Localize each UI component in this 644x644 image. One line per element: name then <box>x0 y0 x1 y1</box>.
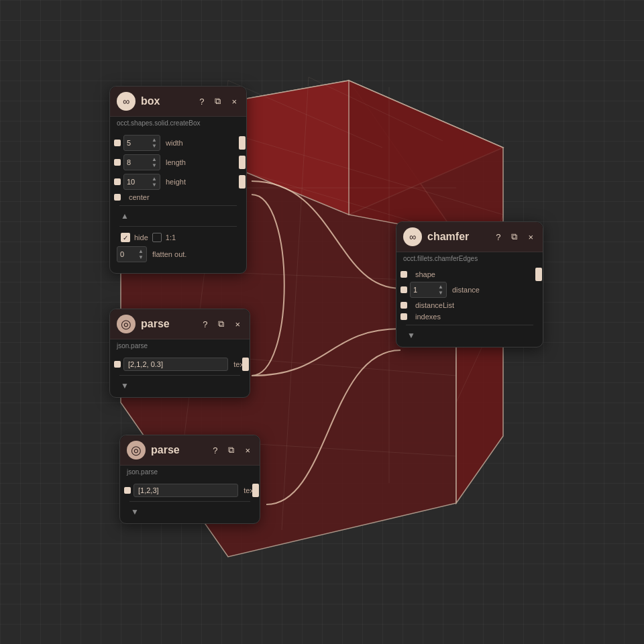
box-length-row: 8 ▲▼ length <box>114 154 242 170</box>
box-body: 5 ▲▼ width 8 ▲▼ length 10 ▲▼ height <box>110 129 246 273</box>
parse1-body: [2,1,2, 0.3] text ▼ <box>110 352 250 397</box>
parse1-help-button[interactable]: ? <box>200 318 210 331</box>
parse1-header: ◎ parse ? ⧉ × <box>110 309 250 339</box>
box-flatten-input[interactable]: 0 ▲▼ <box>117 246 147 262</box>
chamfer-help-button[interactable]: ? <box>493 231 503 244</box>
box-node-icon: ∞ <box>117 92 136 111</box>
box-subtitle: occt.shapes.solid.createBox <box>110 117 246 129</box>
chamfer-header: ∞ chamfer ? ⧉ × <box>396 222 543 252</box>
box-close-button[interactable]: × <box>229 95 239 108</box>
parse1-icon: ◎ <box>117 315 136 333</box>
svg-line-10 <box>228 80 382 148</box>
box-hide-row: ✓ hide 1:1 <box>114 231 242 244</box>
svg-line-4 <box>282 77 309 530</box>
box-node-header: ∞ box ? ⧉ × <box>110 87 246 117</box>
chamfer-distance-row: 1 ▲▼ distance <box>400 282 539 298</box>
box-width-row: 5 ▲▼ width <box>114 135 242 151</box>
box-width-label: width <box>166 139 183 147</box>
parse1-subtitle: json.parse <box>110 339 250 352</box>
parse2-divider <box>129 501 250 502</box>
parse2-icon: ◎ <box>127 441 146 460</box>
box-length-input[interactable]: 8 ▲▼ <box>123 154 160 170</box>
box-center-label: center <box>129 193 150 201</box>
box-width-port-right[interactable] <box>239 136 246 150</box>
svg-line-11 <box>309 77 443 141</box>
chamfer-distance-input[interactable]: 1 ▲▼ <box>410 282 447 298</box>
box-center-row: center <box>114 193 242 201</box>
box-length-port-right[interactable] <box>239 156 246 169</box>
box-node-title: box <box>141 95 191 107</box>
chamfer-indexes-label: indexes <box>415 313 441 321</box>
box-length-label: length <box>166 158 186 166</box>
box-height-label: height <box>166 178 186 186</box>
parse2-collapse-button[interactable]: ▼ <box>124 506 146 518</box>
parse2-text-row: [1,2,3] text <box>124 484 256 497</box>
box-divider1 <box>119 205 237 206</box>
box-node: ∞ box ? ⧉ × occt.shapes.solid.createBox … <box>109 86 247 274</box>
chamfer-divider <box>406 325 533 325</box>
chamfer-shape-port-left[interactable] <box>400 271 407 278</box>
chamfer-indexes-port[interactable] <box>400 313 407 320</box>
chamfer-icon: ∞ <box>403 227 422 246</box>
box-length-port-left[interactable] <box>114 159 121 166</box>
box-width-port-left[interactable] <box>114 140 121 146</box>
parse2-title: parse <box>151 444 205 456</box>
box-hide-label: hide <box>134 233 148 241</box>
chamfer-body: shape 1 ▲▼ distance distanceList indexes… <box>396 265 543 347</box>
chamfer-close-button[interactable]: × <box>525 231 536 244</box>
box-ratio-label: 1:1 <box>166 233 176 241</box>
chamfer-distancelist-row: distanceList <box>400 301 539 309</box>
box-flatten-label: flatten out. <box>152 250 186 258</box>
chamfer-shape-port-right[interactable] <box>535 268 542 281</box>
parse1-divider <box>119 375 240 376</box>
parse2-header: ◎ parse ? ⧉ × <box>120 435 260 466</box>
parse2-close-button[interactable]: × <box>242 444 253 457</box>
box-flatten-row: 0 ▲▼ flatten out. <box>114 244 242 264</box>
box-help-button[interactable]: ? <box>197 95 207 108</box>
parse2-port-right[interactable] <box>252 484 259 497</box>
chamfer-shape-row: shape <box>400 270 539 278</box>
box-height-row: 10 ▲▼ height <box>114 174 242 190</box>
parse2-help-button[interactable]: ? <box>210 444 220 457</box>
box-height-input[interactable]: 10 ▲▼ <box>123 174 160 190</box>
parse1-port-right[interactable] <box>242 358 249 371</box>
parse1-port-left[interactable] <box>114 361 121 368</box>
parse1-collapse-button[interactable]: ▼ <box>114 380 136 392</box>
box-width-input[interactable]: 5 ▲▼ <box>123 135 160 151</box>
box-height-port-left[interactable] <box>114 178 121 185</box>
box-height-port-right[interactable] <box>239 175 246 189</box>
box-ratio-checkbox[interactable] <box>152 233 162 242</box>
box-center-port[interactable] <box>114 194 121 201</box>
chamfer-collapse-button[interactable]: ▼ <box>400 329 422 341</box>
box-copy-button[interactable]: ⧉ <box>212 95 223 108</box>
parse1-close-button[interactable]: × <box>232 318 243 331</box>
chamfer-copy-button[interactable]: ⧉ <box>508 230 520 244</box>
chamfer-indexes-row: indexes <box>400 313 539 321</box>
chamfer-distancelist-port[interactable] <box>400 302 407 309</box>
parse2-copy-button[interactable]: ⧉ <box>225 443 237 457</box>
chamfer-distance-port-left[interactable] <box>400 286 407 293</box>
chamfer-title: chamfer <box>427 231 488 243</box>
chamfer-distance-label: distance <box>452 286 480 294</box>
box-hide-checkbox[interactable]: ✓ <box>121 233 130 242</box>
parse2-port-left[interactable] <box>124 487 131 494</box>
parse1-text-row: [2,1,2, 0.3] text <box>114 358 246 371</box>
box-divider2 <box>119 226 237 227</box>
box-collapse-button[interactable]: ▲ <box>114 210 136 222</box>
chamfer-distancelist-label: distanceList <box>415 301 454 309</box>
chamfer-subtitle: occt.fillets.chamferEdges <box>396 252 543 265</box>
parse1-text-input[interactable]: [2,1,2, 0.3] <box>123 358 228 371</box>
parse2-node: ◎ parse ? ⧉ × json.parse [1,2,3] text ▼ <box>119 435 260 524</box>
parse2-subtitle: json.parse <box>120 466 260 478</box>
parse2-body: [1,2,3] text ▼ <box>120 478 260 523</box>
parse1-copy-button[interactable]: ⧉ <box>215 317 227 331</box>
chamfer-node: ∞ chamfer ? ⧉ × occt.fillets.chamferEdge… <box>396 221 543 347</box>
chamfer-shape-label: shape <box>415 270 435 278</box>
parse1-node: ◎ parse ? ⧉ × json.parse [2,1,2, 0.3] te… <box>109 309 250 398</box>
parse1-title: parse <box>141 318 195 330</box>
parse2-text-input[interactable]: [1,2,3] <box>133 484 238 497</box>
